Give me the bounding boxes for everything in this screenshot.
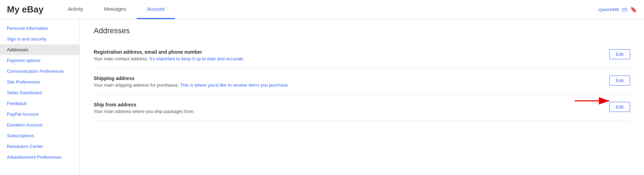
registration-address-section: Registration address, email and phone nu… [94, 42, 630, 69]
sidebar-item-sign-in-security[interactable]: Sign in and security [0, 34, 79, 44]
ship-from-address-desc: Your main address where you ship package… [94, 109, 195, 114]
tab-messages[interactable]: Messages [94, 0, 137, 19]
top-bar: My eBay Activity Messages Account cpwo44… [0, 0, 644, 19]
ship-from-address-info: Ship from address Your main address wher… [94, 102, 195, 114]
shipping-address-desc-highlight: This is where you'd like to receive item… [180, 82, 289, 88]
registration-address-desc-highlight: It's important to keep it up to date and… [149, 56, 244, 61]
shipping-address-desc-plain: Your main shipping address for purchases… [94, 82, 180, 88]
logo: My eBay [7, 4, 44, 15]
shipping-address-title: Shipping address [94, 76, 289, 81]
main-layout: Personal information Sign in and securit… [0, 19, 644, 175]
tab-activity[interactable]: Activity [58, 0, 94, 19]
sidebar-item-advertisement-preferences[interactable]: Advertisement Preferences [0, 152, 79, 163]
registration-address-edit-button[interactable]: Edit [609, 49, 630, 59]
registration-address-desc: Your main contact address. It's importan… [94, 56, 244, 61]
tab-account[interactable]: Account [137, 0, 175, 19]
ship-from-address-title: Ship from address [94, 102, 195, 107]
bookmark-icon[interactable]: 🔖 [630, 6, 637, 13]
page-title: Addresses [94, 26, 630, 35]
shipping-address-desc: Your main shipping address for purchases… [94, 82, 289, 88]
sidebar-item-payment-options[interactable]: Payment options [0, 55, 79, 66]
ship-from-address-desc-plain: Your main address where you ship package… [94, 109, 195, 114]
top-right-user: cpwo4480 (0) 🔖 [599, 6, 637, 13]
user-badge: (0) [622, 7, 627, 12]
shipping-address-edit-button[interactable]: Edit [609, 76, 630, 86]
sidebar-item-communication-preferences[interactable]: Communication Preferences [0, 66, 79, 77]
sidebar-item-resolution-center[interactable]: Resolution Center [0, 141, 79, 152]
registration-address-desc-plain: Your main contact address. [94, 56, 149, 61]
sidebar-item-addresses[interactable]: Addresses [0, 44, 79, 55]
sidebar-item-paypal-account[interactable]: PayPal Account [0, 109, 79, 120]
sidebar-item-personal-information[interactable]: Personal information [0, 23, 79, 34]
sidebar: Personal information Sign in and securit… [0, 19, 80, 175]
registration-address-title: Registration address, email and phone nu… [94, 49, 244, 55]
shipping-address-section: Shipping address Your main shipping addr… [94, 69, 630, 95]
sidebar-item-site-preferences[interactable]: Site Preferences [0, 77, 79, 87]
ship-from-address-edit-button[interactable]: Edit [609, 102, 630, 112]
sidebar-item-seller-dashboard[interactable]: Seller Dashboard [0, 87, 79, 98]
content-area: Addresses Registration address, email an… [80, 19, 644, 175]
registration-address-info: Registration address, email and phone nu… [94, 49, 244, 61]
sidebar-item-donation-account[interactable]: Donation Account [0, 120, 79, 130]
sidebar-item-feedback[interactable]: Feedback [0, 98, 79, 109]
nav-tabs: Activity Messages Account [58, 0, 599, 19]
ship-from-address-section: Ship from address Your main address wher… [94, 95, 630, 121]
sidebar-item-subscriptions[interactable]: Subscriptions [0, 130, 79, 141]
username[interactable]: cpwo4480 [599, 7, 619, 12]
shipping-address-info: Shipping address Your main shipping addr… [94, 76, 289, 88]
